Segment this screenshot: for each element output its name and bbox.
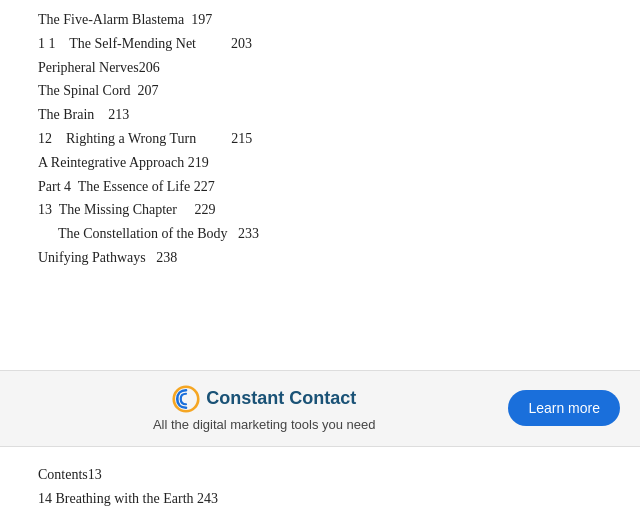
toc-line: The Brain 213 [38, 103, 602, 127]
toc-line: The Spinal Cord 207 [38, 79, 602, 103]
bottom-line-1: Contents13 [38, 463, 602, 487]
toc-line: The Constellation of the Body 233 [38, 222, 602, 246]
toc-line: 12 Righting a Wrong Turn 215 [38, 127, 602, 151]
ad-tagline: All the digital marketing tools you need [153, 417, 376, 432]
toc-line: 13 The Missing Chapter 229 [38, 198, 602, 222]
toc-line: Part 4 The Essence of Life 227 [38, 175, 602, 199]
toc-section: The Five-Alarm Blastema 197 1 1 The Self… [0, 0, 640, 270]
ad-banner: Constant Contact All the digital marketi… [0, 370, 640, 447]
toc-line: Unifying Pathways 238 [38, 246, 602, 270]
cc-logo-icon [172, 385, 200, 413]
ad-cta-button[interactable]: Learn more [508, 390, 620, 426]
ad-logo: Constant Contact [172, 385, 356, 413]
ad-brand-name: Constant Contact [206, 388, 356, 409]
toc-line: Peripheral Nerves206 [38, 56, 602, 80]
bottom-line-2: 14 Breathing with the Earth 243 [38, 487, 602, 511]
toc-line: 1 1 The Self-Mending Net 203 [38, 32, 602, 56]
ad-banner-wrapper: Ad Constant Contact All the digital mark… [0, 370, 640, 447]
toc-line: The Five-Alarm Blastema 197 [38, 8, 602, 32]
ad-content: Constant Contact All the digital marketi… [20, 385, 508, 432]
toc-line: A Reintegrative Approach 219 [38, 151, 602, 175]
bottom-section: Contents13 14 Breathing with the Earth 2… [0, 447, 640, 511]
